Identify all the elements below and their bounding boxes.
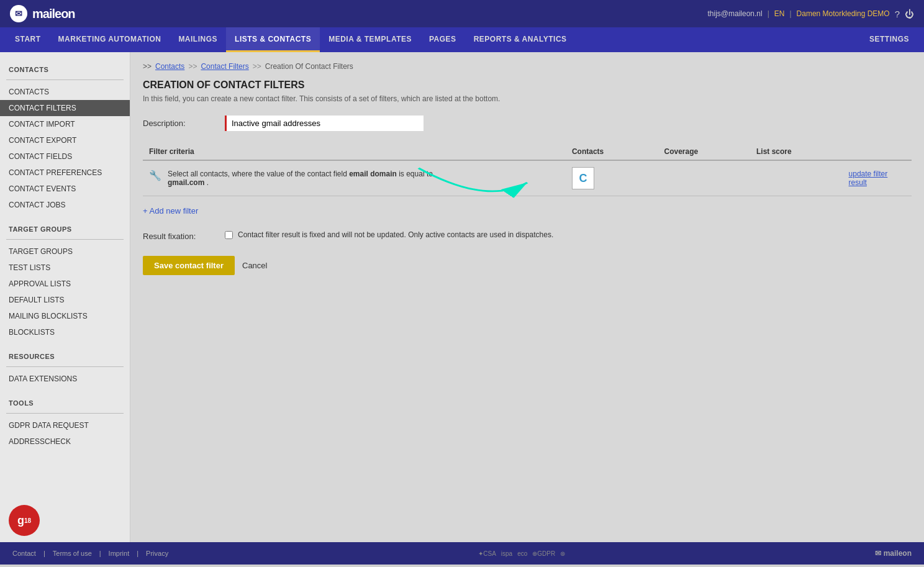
nav-pages[interactable]: PAGES xyxy=(420,27,465,52)
sidebar-item-contacts[interactable]: CONTACTS xyxy=(0,84,130,100)
grader-badge[interactable]: g18 xyxy=(9,505,40,536)
sidebar-item-default-lists[interactable]: DEFAULT LISTS xyxy=(0,292,130,308)
filter-criteria-cell: 🔧 Select all contacts, where the value o… xyxy=(143,160,566,196)
footer-imprint-link[interactable]: Imprint xyxy=(109,550,130,557)
demo-account-link[interactable]: Damen Motorkleding DEMO xyxy=(797,9,890,18)
footer-links: Contact | Terms of use | Imprint | Priva… xyxy=(12,550,168,557)
divider-contacts xyxy=(6,79,124,80)
add-filter-link[interactable]: + Add new filter xyxy=(143,206,912,215)
grader-score: 18 xyxy=(24,517,31,524)
grader-letter: g xyxy=(17,514,24,527)
score-cell xyxy=(750,160,843,196)
help-icon[interactable]: ? xyxy=(895,9,900,19)
user-email: thijs@maileon.nl xyxy=(707,9,762,18)
footer-terms-link[interactable]: Terms of use xyxy=(53,550,92,557)
divider-tools xyxy=(6,413,124,414)
description-row: Description: xyxy=(143,116,912,131)
nav-media-templates[interactable]: MEDIA & TEMPLATES xyxy=(320,27,420,52)
sidebar-item-contact-import[interactable]: CONTACT IMPORT xyxy=(0,116,130,132)
navigation: START MARKETING AUTOMATION MAILINGS LIST… xyxy=(0,27,924,52)
eco-badge: eco xyxy=(517,550,527,557)
main-content: >> Contacts >> Contact Filters >> Creati… xyxy=(130,52,924,542)
footer-privacy-link[interactable]: Privacy xyxy=(146,550,168,557)
logo-area: ✉ maileon xyxy=(10,5,75,22)
gdpr-badge: ⊕GDPR xyxy=(532,550,555,557)
nav-start[interactable]: START xyxy=(6,27,50,52)
breadcrumb-contact-filters[interactable]: Contact Filters xyxy=(201,62,248,71)
update-filter-link[interactable]: update filter result xyxy=(849,170,888,187)
sidebar-item-target-groups[interactable]: TARGET GROUPS xyxy=(0,243,130,260)
coverage-cell xyxy=(658,160,750,196)
sidebar-item-contact-preferences[interactable]: CONTACT PREFERENCES xyxy=(0,165,130,181)
brand-name: maileon xyxy=(32,7,75,21)
sidebar-item-addresscheck[interactable]: ADDRESSCHECK xyxy=(0,433,130,450)
nav-mailings[interactable]: MAILINGS xyxy=(170,27,226,52)
table-row: 🔧 Select all contacts, where the value o… xyxy=(143,160,912,196)
wrench-icon: 🔧 xyxy=(149,170,161,181)
ispa-badge: ispa xyxy=(501,550,512,557)
logo-icon: ✉ xyxy=(10,5,27,22)
lang-selector[interactable]: EN xyxy=(774,9,785,18)
footer-contact-link[interactable]: Contact xyxy=(12,550,36,557)
top-bar: ✉ maileon thijs@maileon.nl | EN | Damen … xyxy=(0,0,924,27)
cancel-button[interactable]: Cancel xyxy=(242,261,267,270)
breadcrumb-prefix: >> xyxy=(143,62,152,71)
result-fixation-checkbox[interactable] xyxy=(225,231,233,239)
footer-badges: ✦CSA ispa eco ⊕GDPR ⊛ xyxy=(478,550,565,557)
footer-brand: ✉ maileon xyxy=(875,549,912,558)
sidebar-section-target-groups: TARGET GROUPS xyxy=(0,219,130,235)
logo-letter: ✉ xyxy=(15,9,22,19)
col-header-criteria: Filter criteria xyxy=(143,143,566,160)
col-header-contacts: Contacts xyxy=(566,143,658,160)
sidebar-item-contact-events[interactable]: CONTACT EVENTS xyxy=(0,181,130,197)
sidebar-item-gdpr-data-request[interactable]: GDPR DATA REQUEST xyxy=(0,417,130,433)
col-header-score: List score xyxy=(750,143,843,160)
result-fixation-label: Result fixation: xyxy=(143,230,217,241)
main-layout: CONTACTS CONTACTS CONTACT FILTERS CONTAC… xyxy=(0,52,924,542)
filter-table: Filter criteria Contacts Coverage List s… xyxy=(143,143,912,196)
add-filter-row: + Add new filter xyxy=(143,206,912,215)
breadcrumb-contacts[interactable]: Contacts xyxy=(155,62,184,71)
nav-marketing-automation[interactable]: MARKETING AUTOMATION xyxy=(50,27,170,52)
sidebar-item-contact-filters[interactable]: CONTACT FILTERS xyxy=(0,100,130,116)
result-fixation-row: Result fixation: Contact filter result i… xyxy=(143,230,912,241)
nav-settings[interactable]: SETTINGS xyxy=(861,27,918,52)
save-button[interactable]: Save contact filter xyxy=(143,256,235,275)
sidebar-item-data-extensions[interactable]: DATA EXTENSIONS xyxy=(0,371,130,387)
result-fixation-text: Contact filter result is fixed and will … xyxy=(238,230,553,239)
sidebar-item-mailing-blocklists[interactable]: MAILING BLOCKLISTS xyxy=(0,308,130,324)
sidebar-item-blocklists[interactable]: BLOCKLISTS xyxy=(0,324,130,340)
sidebar-item-contact-export[interactable]: CONTACT EXPORT xyxy=(0,132,130,148)
filter-criteria-text: Select all contacts, where the value of … xyxy=(168,170,433,187)
sidebar-item-contact-fields[interactable]: CONTACT FIELDS xyxy=(0,148,130,165)
page-title: CREATION OF CONTACT FILTERS xyxy=(143,79,912,91)
loading-spinner: C xyxy=(572,167,594,189)
page-subtitle: In this field, you can create a new cont… xyxy=(143,94,912,103)
contacts-cell: C xyxy=(566,160,658,196)
sidebar-item-approval-lists[interactable]: APPROVAL LISTS xyxy=(0,276,130,292)
extra-badge: ⊛ xyxy=(560,550,565,557)
sidebar-section-contacts: CONTACTS xyxy=(0,60,130,76)
col-header-action xyxy=(843,143,912,160)
breadcrumb: >> Contacts >> Contact Filters >> Creati… xyxy=(143,62,912,71)
description-label: Description: xyxy=(143,119,217,128)
sidebar: CONTACTS CONTACTS CONTACT FILTERS CONTAC… xyxy=(0,52,130,542)
breadcrumb-current: Creation Of Contact Filters xyxy=(265,62,353,71)
action-cell: update filter result xyxy=(843,160,912,196)
sidebar-section-tools: TOOLS xyxy=(0,393,130,409)
divider-target-groups xyxy=(6,239,124,240)
col-header-coverage: Coverage xyxy=(658,143,750,160)
power-icon[interactable]: ⏻ xyxy=(905,9,914,19)
user-info: thijs@maileon.nl | EN | Damen Motorkledi… xyxy=(707,9,914,19)
nav-lists-contacts[interactable]: LISTS & CONTACTS xyxy=(226,27,320,52)
button-row: Save contact filter Cancel xyxy=(143,256,912,275)
nav-reports-analytics[interactable]: REPORTS & ANALYTICS xyxy=(465,27,576,52)
csa-badge: ✦CSA xyxy=(478,550,496,557)
field-name: email domain xyxy=(349,170,397,178)
divider-resources xyxy=(6,366,124,367)
footer: Contact | Terms of use | Imprint | Priva… xyxy=(0,542,924,565)
field-value: gmail.com xyxy=(168,178,204,187)
sidebar-item-test-lists[interactable]: TEST LISTS xyxy=(0,260,130,276)
description-input[interactable] xyxy=(225,116,424,131)
sidebar-item-contact-jobs[interactable]: CONTACT JOBS xyxy=(0,197,130,213)
